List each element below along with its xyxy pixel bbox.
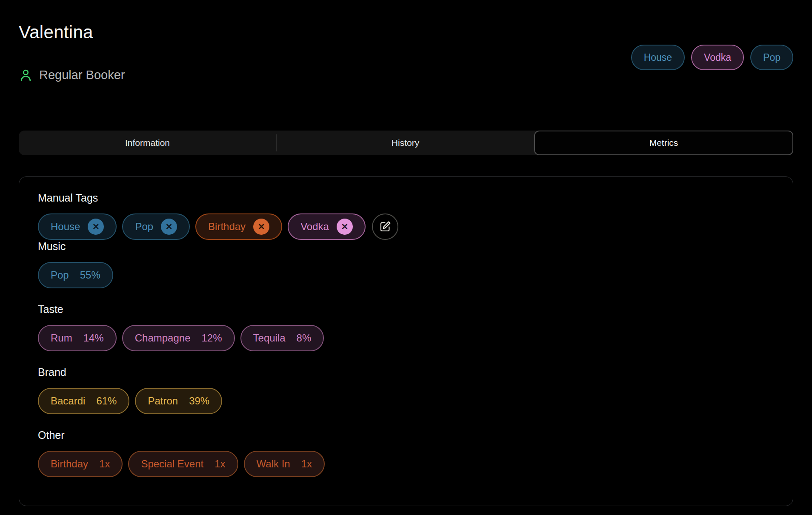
- tag-label: Vodka: [300, 221, 329, 233]
- section-title-brand: Brand: [38, 366, 774, 378]
- metric-name: Walk In: [257, 458, 290, 470]
- metric-value: 8%: [297, 332, 312, 344]
- metric-pill-pop: Pop55%: [38, 262, 113, 288]
- metric-value: 61%: [96, 395, 117, 407]
- tab-metrics[interactable]: Metrics: [534, 131, 793, 155]
- metric-value: 1x: [301, 458, 312, 470]
- section-title-taste: Taste: [38, 303, 774, 316]
- metric-value: 1x: [214, 458, 225, 470]
- remove-tag-birthday-button[interactable]: ✕: [253, 219, 269, 235]
- section-title-other: Other: [38, 429, 774, 441]
- tab-information[interactable]: Information: [19, 131, 276, 155]
- section-pills-music: Pop55%: [38, 262, 774, 288]
- remove-tag-pop-button[interactable]: ✕: [161, 219, 177, 235]
- metric-pill-special-event: Special Event1x: [128, 451, 238, 477]
- metric-value: 39%: [189, 395, 209, 407]
- edit-icon: [379, 220, 392, 233]
- metric-name: Birthday: [51, 458, 88, 470]
- tag-label: Pop: [763, 52, 781, 63]
- customer-type-badge: Regular Booker: [19, 67, 125, 83]
- metric-name: Patron: [148, 395, 178, 407]
- section-pills-other: Birthday1xSpecial Event1xWalk In1x: [38, 451, 774, 477]
- tag-label: Vodka: [704, 52, 731, 63]
- metric-name: Bacardi: [51, 395, 85, 407]
- metric-name: Special Event: [141, 458, 203, 470]
- remove-tag-vodka-button[interactable]: ✕: [337, 219, 353, 235]
- header-tag-house: House: [631, 45, 685, 70]
- tag-label: House: [51, 221, 80, 233]
- customer-profile-page: Valentina Regular Booker HouseVodkaPop I…: [0, 0, 812, 506]
- manual-tag-birthday: Birthday✕: [195, 213, 282, 240]
- tag-label: Pop: [135, 221, 153, 233]
- metric-name: Rum: [51, 332, 72, 344]
- metrics-sections: MusicPop55%TasteRum14%Champagne12%Tequil…: [38, 240, 774, 477]
- metric-value: 55%: [80, 269, 100, 281]
- section-title-music: Music: [38, 240, 774, 253]
- metric-name: Champagne: [135, 332, 191, 344]
- section-pills-brand: Bacardi61%Patron39%: [38, 388, 774, 414]
- tag-label: Birthday: [208, 221, 246, 233]
- tab-bar: InformationHistoryMetrics: [19, 131, 793, 155]
- metric-pill-bacardi: Bacardi61%: [38, 388, 129, 414]
- header-tags: HouseVodkaPop: [631, 45, 793, 70]
- metric-pill-walk-in: Walk In1x: [244, 451, 325, 477]
- metric-pill-patron: Patron39%: [135, 388, 222, 414]
- remove-icon: ✕: [92, 222, 100, 231]
- metric-pill-tequila: Tequila8%: [240, 325, 324, 351]
- metric-name: Tequila: [253, 332, 286, 344]
- edit-tags-button[interactable]: [372, 213, 398, 240]
- metric-value: 12%: [201, 332, 222, 344]
- header-tag-vodka: Vodka: [691, 45, 744, 70]
- remove-icon: ✕: [341, 222, 348, 231]
- tab-history[interactable]: History: [277, 131, 534, 155]
- manual-tag-house: House✕: [38, 213, 117, 240]
- header-tag-pop: Pop: [750, 45, 793, 70]
- metric-value: 1x: [99, 458, 110, 470]
- metric-pill-birthday: Birthday1x: [38, 451, 123, 477]
- metric-pill-champagne: Champagne12%: [122, 325, 235, 351]
- section-pills-taste: Rum14%Champagne12%Tequila8%: [38, 325, 774, 351]
- header-left: Valentina Regular Booker: [19, 21, 125, 83]
- tag-label: House: [644, 52, 672, 63]
- page-header: Valentina Regular Booker HouseVodkaPop: [19, 0, 793, 83]
- manual-tag-pop: Pop✕: [122, 213, 190, 240]
- section-title-manual-tags: Manual Tags: [38, 191, 774, 204]
- remove-tag-house-button[interactable]: ✕: [88, 219, 104, 235]
- metric-value: 14%: [83, 332, 104, 344]
- remove-icon: ✕: [166, 222, 173, 231]
- metrics-panel: Manual Tags House✕Pop✕Birthday✕Vodka✕ Mu…: [19, 176, 793, 506]
- metric-pill-rum: Rum14%: [38, 325, 117, 351]
- remove-icon: ✕: [258, 222, 265, 231]
- metric-name: Pop: [51, 269, 69, 281]
- manual-tag-vodka: Vodka✕: [288, 213, 366, 240]
- person-icon: [19, 68, 33, 82]
- page-title: Valentina: [19, 21, 125, 43]
- customer-type-label: Regular Booker: [39, 67, 125, 83]
- manual-tags-row: House✕Pop✕Birthday✕Vodka✕: [38, 213, 774, 240]
